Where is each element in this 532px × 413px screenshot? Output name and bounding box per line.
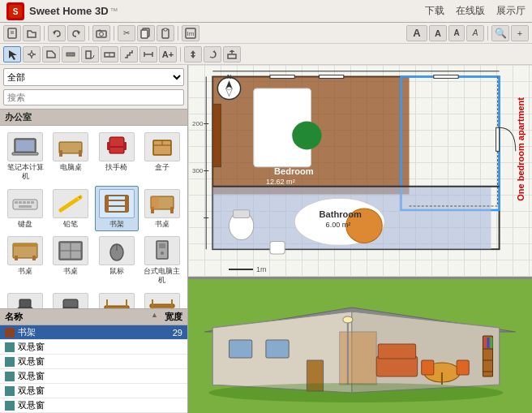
online-button[interactable]: 在线版 bbox=[456, 4, 485, 18]
sep6 bbox=[180, 47, 181, 62]
box-icon bbox=[144, 132, 180, 161]
new-button[interactable] bbox=[3, 25, 21, 41]
app-logo: S bbox=[6, 2, 24, 20]
category-dropdown[interactable]: 全部 bbox=[3, 68, 184, 86]
list-item-name-5: 双悬窗 bbox=[18, 399, 158, 411]
shelf-row-icon bbox=[5, 328, 15, 338]
svg-rect-24 bbox=[228, 54, 236, 58]
desk1-label: 电脑桌 bbox=[60, 163, 82, 172]
move-furniture[interactable] bbox=[184, 46, 202, 62]
svg-point-14 bbox=[30, 53, 33, 56]
furniture-item-desk2[interactable]: 书桌 bbox=[140, 186, 184, 232]
zoom-in-button[interactable]: + bbox=[511, 25, 529, 41]
svg-text:6.00 m²: 6.00 m² bbox=[326, 221, 351, 229]
furniture-section-label: 办公室 bbox=[0, 109, 187, 126]
window-tool[interactable] bbox=[101, 46, 118, 62]
sep1 bbox=[44, 26, 45, 41]
chair1-icon bbox=[99, 132, 135, 161]
pencil-icon bbox=[53, 189, 88, 218]
furniture-item-chair2[interactable]: 椅子 bbox=[3, 290, 47, 308]
keyboard-label: 键盘 bbox=[18, 220, 32, 229]
window-row-icon-5 bbox=[5, 401, 15, 411]
logo-area: S Sweet Home 3D ™ bbox=[6, 2, 425, 20]
furniture-item-pc[interactable]: 台式电脑主机 bbox=[140, 233, 184, 288]
cut-button[interactable]: ✂ bbox=[118, 25, 135, 41]
zoom-out-button[interactable]: 🔍 bbox=[491, 25, 509, 41]
sort-icon[interactable]: ▲ bbox=[151, 311, 158, 323]
svg-rect-33 bbox=[109, 147, 124, 153]
svg-text:S: S bbox=[13, 7, 19, 16]
svg-rect-135 bbox=[422, 360, 434, 375]
list-item-2[interactable]: 双悬窗 bbox=[0, 355, 187, 369]
door-tool[interactable] bbox=[81, 46, 99, 62]
text-medium[interactable]: A bbox=[429, 25, 447, 41]
search-row bbox=[0, 89, 187, 109]
furniture-item-desk4[interactable]: 书桌 bbox=[49, 233, 92, 288]
list-item-5[interactable]: 双悬窗 bbox=[0, 398, 187, 413]
furniture-item-box[interactable]: 盒子 bbox=[140, 129, 184, 184]
list-item-0[interactable]: 书架 29 bbox=[0, 325, 187, 340]
svg-rect-60 bbox=[15, 256, 18, 260]
text-italic[interactable]: A bbox=[466, 25, 484, 41]
open-button[interactable] bbox=[23, 25, 41, 41]
select-tool[interactable] bbox=[3, 46, 21, 62]
furniture-item-keyboard[interactable]: 键盘 bbox=[3, 186, 47, 232]
svg-rect-145 bbox=[491, 338, 493, 348]
elevate-furniture[interactable] bbox=[223, 46, 241, 62]
app-header: S Sweet Home 3D ™ 下载 在线版 展示厅 bbox=[0, 0, 532, 23]
gallery-button[interactable]: 展示厅 bbox=[496, 4, 526, 18]
furniture-item-angleshelf160[interactable]: Angle shelf 160 bbox=[95, 290, 139, 308]
furniture-item-chair3[interactable]: 椅子 bbox=[49, 290, 92, 308]
list-item-4[interactable]: 双悬窗 bbox=[0, 384, 187, 398]
svg-point-70 bbox=[161, 252, 164, 255]
import-button[interactable]: Im bbox=[182, 25, 200, 41]
copy-button[interactable] bbox=[137, 25, 155, 41]
dimension-tool[interactable] bbox=[139, 46, 157, 62]
furniture-item-angleshelf198[interactable]: Angle shelf 198 bbox=[140, 290, 184, 308]
angleshelf160-icon bbox=[99, 293, 135, 308]
floorplan[interactable]: Bedroom 12.62 m² Bathroom 6.00 m² 200 30… bbox=[188, 65, 532, 279]
svg-rect-98 bbox=[270, 242, 285, 254]
bottom-list: 名称 ▲ 宽度 书架 29 双悬窗 双悬窗 双悬窗 bbox=[0, 308, 187, 413]
desk2-label: 书桌 bbox=[155, 220, 169, 229]
pan-tool[interactable] bbox=[23, 46, 41, 62]
rotate-furniture[interactable] bbox=[204, 46, 221, 62]
wall-tool[interactable] bbox=[62, 46, 79, 62]
undo-button[interactable] bbox=[48, 25, 66, 41]
text-small[interactable]: A bbox=[448, 25, 465, 41]
search-input[interactable] bbox=[3, 89, 184, 105]
desk3-icon bbox=[7, 236, 43, 265]
svg-rect-61 bbox=[32, 256, 36, 260]
svg-rect-41 bbox=[19, 201, 22, 204]
svg-rect-84 bbox=[150, 304, 174, 308]
text-large[interactable]: A bbox=[406, 25, 427, 41]
furniture-item-laptop[interactable]: 笔记本计算机 bbox=[3, 129, 47, 184]
list-item-1[interactable]: 双悬窗 bbox=[0, 340, 187, 355]
furniture-item-desk1[interactable]: 电脑桌 bbox=[49, 129, 92, 184]
svg-rect-69 bbox=[159, 243, 165, 248]
paste-button[interactable] bbox=[157, 25, 174, 41]
laptop-icon bbox=[7, 132, 43, 161]
list-item-3[interactable]: 双悬窗 bbox=[0, 369, 187, 384]
furniture-item-chair1[interactable]: 扶手椅 bbox=[95, 129, 139, 184]
svg-rect-117 bbox=[320, 75, 344, 79]
svg-text:300: 300 bbox=[192, 168, 204, 175]
svg-rect-39 bbox=[13, 200, 37, 209]
redo-button[interactable] bbox=[67, 25, 85, 41]
laptop-label: 笔记本计算机 bbox=[6, 163, 45, 181]
furniture-item-pencil[interactable]: 铅笔 bbox=[49, 186, 92, 232]
list-item-name-1: 双悬窗 bbox=[18, 341, 158, 353]
text-tool[interactable]: A+ bbox=[159, 46, 177, 62]
camera-button[interactable] bbox=[92, 25, 110, 41]
shelf-icon bbox=[99, 189, 135, 218]
furniture-item-desk3[interactable]: 书桌 bbox=[3, 233, 47, 288]
stair-tool[interactable] bbox=[120, 46, 138, 62]
svg-rect-131 bbox=[376, 356, 417, 376]
furniture-item-mouse[interactable]: 鼠标 bbox=[95, 233, 139, 288]
furniture-item-shelf[interactable]: 书架 bbox=[95, 186, 139, 232]
download-button[interactable]: 下载 bbox=[425, 4, 444, 18]
desk2-icon bbox=[144, 189, 180, 218]
svg-rect-130 bbox=[340, 332, 376, 385]
list-item-name-2: 双悬窗 bbox=[18, 355, 158, 368]
room-tool[interactable] bbox=[42, 46, 60, 62]
